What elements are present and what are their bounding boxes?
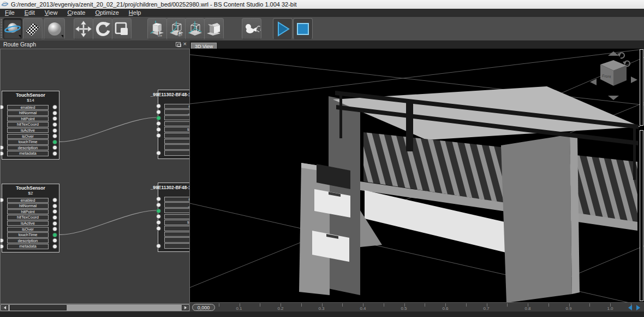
input-connector[interactable] — [156, 121, 161, 126]
cube-axes-icon — [186, 20, 204, 38]
input-connector-active[interactable] — [156, 115, 161, 120]
bed-model[interactable] — [299, 86, 641, 302]
output-connector[interactable] — [52, 151, 57, 156]
play-icon — [274, 20, 291, 38]
menu-create[interactable]: Create — [62, 9, 90, 17]
output-connector[interactable] — [52, 244, 57, 249]
node-row: frac — [158, 237, 190, 243]
field-label: isOver — [7, 227, 49, 232]
input-connector[interactable] — [0, 198, 4, 203]
float-panel-icon[interactable] — [176, 42, 181, 46]
input-connector[interactable] — [156, 220, 161, 225]
timeline-step-forward-button[interactable] — [635, 304, 641, 310]
camera-rotate-button[interactable] — [242, 18, 261, 39]
close-panel-icon[interactable] — [183, 41, 187, 47]
menu-help[interactable]: Help — [124, 9, 146, 17]
output-connector[interactable] — [52, 116, 57, 121]
output-connector[interactable] — [52, 145, 57, 150]
input-connector[interactable] — [156, 214, 161, 219]
open-box-button[interactable] — [204, 18, 224, 39]
view-cube[interactable]: Front — [590, 51, 637, 100]
input-connector[interactable] — [0, 105, 4, 110]
timeline-current-value[interactable]: 0,000 — [192, 304, 215, 311]
timeline-step-back-button[interactable] — [627, 304, 633, 310]
material-sphere-button[interactable] — [44, 18, 65, 39]
input-connector[interactable] — [156, 127, 161, 132]
input-connector[interactable] — [156, 243, 161, 248]
output-connector[interactable] — [52, 221, 57, 226]
route-graph-hscrollbar[interactable] — [0, 304, 190, 312]
view-vscrollbar-lower[interactable] — [640, 130, 643, 301]
output-connector-active[interactable] — [52, 232, 57, 237]
input-connector[interactable] — [156, 110, 161, 115]
output-connector[interactable] — [52, 215, 57, 220]
input-connector[interactable] — [0, 238, 4, 243]
scrollbar-thumb[interactable] — [10, 305, 67, 310]
open-box-icon — [205, 20, 223, 38]
output-connector[interactable] — [52, 198, 57, 203]
node-touchsensor-2[interactable]: TouchSensor $2 enabled hitNormal hitPoin… — [2, 184, 59, 253]
output-connector-active[interactable] — [52, 139, 57, 144]
input-connector[interactable] — [156, 133, 161, 138]
node-touchsensor-14[interactable]: TouchSensor $14 enabled hitNormal hitPoi… — [2, 91, 59, 160]
input-connector[interactable] — [0, 151, 4, 156]
rotate-left-arrow-icon[interactable] — [590, 79, 597, 85]
field-label: _milest — [164, 104, 190, 109]
axes-button[interactable] — [185, 18, 205, 39]
field-label: touchTime — [7, 232, 49, 237]
route-graph-header[interactable]: Route Graph — [0, 40, 190, 49]
axes-local-button[interactable]: L — [147, 18, 167, 39]
menu-optimize[interactable]: Optimize — [90, 9, 123, 17]
output-connector[interactable] — [52, 227, 57, 232]
output-connector[interactable] — [52, 105, 57, 110]
output-connector[interactable] — [52, 134, 57, 139]
rotate-down-arrow-icon[interactable] — [608, 96, 619, 100]
menu-bar: File Edit View Create Optimize Help — [0, 9, 644, 17]
play-button[interactable] — [273, 18, 293, 39]
output-connector[interactable] — [52, 110, 57, 115]
input-connector[interactable] — [156, 203, 161, 208]
axes-center-button[interactable]: C — [166, 18, 186, 39]
output-connector[interactable] — [52, 122, 57, 127]
timeline-tick-label: 0.3 — [313, 306, 330, 311]
field-label: touchTime — [7, 139, 49, 144]
scroll-right-button[interactable] — [182, 305, 189, 310]
world-button[interactable] — [3, 18, 22, 39]
view-vscrollbar-upper[interactable] — [640, 49, 643, 126]
output-connector[interactable] — [52, 128, 57, 133]
output-connector[interactable] — [52, 238, 57, 243]
scale-button[interactable] — [112, 18, 132, 39]
field-label: isActive — [7, 221, 49, 226]
node-interpolator-1[interactable]: _99E11302-BF48-11d2 _milest _milet st sk… — [158, 90, 190, 159]
rotate-right-arrow-icon[interactable] — [631, 77, 637, 83]
node-interpolator-2[interactable]: _99E11302-BF48-11d2 _milest _milet st sk… — [158, 183, 190, 252]
input-connector[interactable] — [156, 104, 161, 109]
input-connector[interactable] — [0, 145, 4, 150]
move-button[interactable] — [74, 18, 93, 39]
ground-plane-button[interactable] — [23, 18, 43, 39]
step-forward-icon — [636, 305, 640, 310]
menu-edit[interactable]: Edit — [20, 9, 40, 17]
input-connector[interactable] — [0, 244, 4, 249]
field-label: hitPoint — [7, 209, 49, 214]
menu-view[interactable]: View — [40, 9, 63, 17]
output-connector[interactable] — [52, 203, 57, 208]
node-title: _99E11302-BF48-11d2 — [140, 92, 190, 97]
viewport-3d[interactable]: Front — [190, 49, 644, 302]
scroll-left-button[interactable] — [1, 305, 8, 310]
input-connector[interactable] — [156, 150, 161, 155]
input-connector[interactable] — [156, 226, 161, 231]
field-label: hitTexCoord — [7, 215, 49, 220]
input-connector[interactable] — [156, 197, 161, 202]
node-row: hitNormal — [2, 110, 59, 116]
menu-file[interactable]: File — [0, 9, 20, 17]
input-connector-active[interactable] — [156, 208, 161, 213]
scene-3d: Front — [190, 49, 644, 302]
output-connector[interactable] — [52, 209, 57, 214]
node-row: metadata — [2, 151, 59, 157]
route-graph-canvas[interactable]: TouchSensor $14 enabled hitNormal hitPoi… — [0, 49, 190, 304]
timeline[interactable]: 0,000 0.1 0.2 0.3 0.4 0.5 0.6 0.7 0.8 0.… — [190, 302, 644, 312]
stop-button[interactable] — [293, 18, 313, 39]
rotate-button[interactable] — [93, 18, 112, 39]
toolbar-grip[interactable] — [1, 19, 2, 39]
